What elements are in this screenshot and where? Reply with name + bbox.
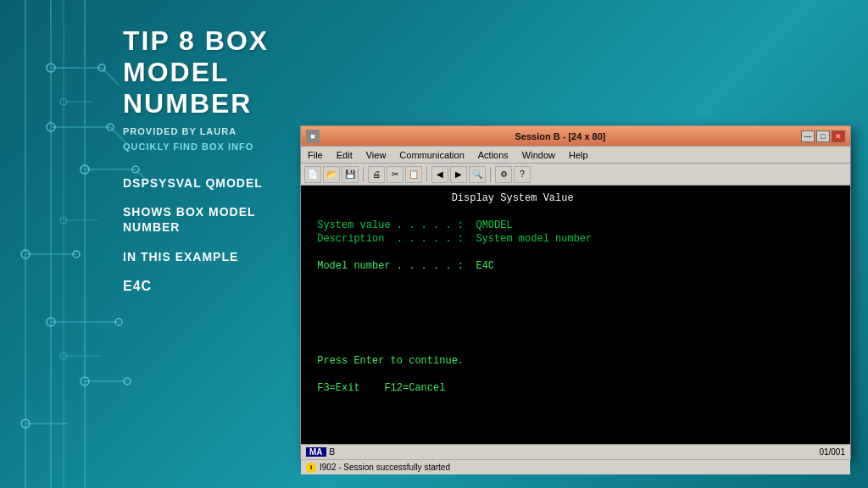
close-button[interactable]: ✕ [832, 130, 845, 142]
terminal-icon: ■ [306, 130, 320, 143]
terminal-toolbar: 📄 📂 💾 🖨 ✂ 📋 ◀ ▶ 🔍 ⚙ ? [301, 164, 850, 186]
info-status-text: I902 - Session successfully started [320, 463, 450, 472]
screen-fkeys: F3=Exit F12=Cancel [311, 382, 840, 394]
screen-model: Model number . . . . . : E4C [311, 260, 840, 272]
info-status-icon: i [306, 463, 316, 473]
screen-blank-1 [311, 206, 840, 218]
toolbar-btn-11[interactable]: ? [514, 166, 531, 183]
toolbar-btn-10[interactable]: ⚙ [495, 166, 512, 183]
terminal-infobar: i I902 - Session successfully started [301, 459, 850, 474]
menu-actions[interactable]: Actions [475, 150, 512, 160]
menu-help[interactable]: Help [565, 150, 592, 160]
screen-blank-8 [311, 341, 840, 353]
status-indicator: MA [306, 447, 326, 457]
toolbar-btn-1[interactable]: 📄 [304, 166, 321, 183]
subtitle: PROVIDED BY LAURA [123, 126, 288, 136]
menu-edit[interactable]: Edit [333, 150, 356, 160]
terminal-title: Session B - [24 x 80] [320, 131, 801, 141]
screen-blank-3 [311, 274, 840, 286]
quick-find: QUCIKLY FIND BOX INFO [123, 141, 288, 152]
menu-file[interactable]: File [304, 150, 326, 160]
toolbar-sep-2 [426, 167, 427, 182]
toolbar-sep-1 [363, 167, 364, 182]
screen-blank-9 [311, 369, 840, 380]
terminal-screen[interactable]: Display System Value System value . . . … [301, 186, 850, 444]
info-value: E4C [123, 278, 288, 296]
toolbar-btn-4[interactable]: 🖨 [368, 166, 385, 183]
info-example: IN THIS EXAMPLE [123, 249, 288, 264]
window-controls: — □ ✕ [801, 130, 845, 142]
maximize-button[interactable]: □ [816, 130, 830, 142]
screen-prompt: Press Enter to continue. [311, 355, 840, 367]
menu-view[interactable]: View [363, 150, 390, 160]
toolbar-btn-2[interactable]: 📂 [323, 166, 340, 183]
toolbar-btn-6[interactable]: 📋 [405, 166, 422, 183]
minimize-button[interactable]: — [801, 130, 815, 142]
terminal-window: ■ Session B - [24 x 80] — □ ✕ File Edit … [300, 125, 851, 460]
screen-blank-6 [311, 314, 840, 326]
menu-window[interactable]: Window [519, 150, 559, 160]
screen-blank-2 [311, 247, 840, 258]
toolbar-btn-8[interactable]: ▶ [450, 166, 467, 183]
screen-blank-7 [311, 328, 840, 340]
terminal-menubar: File Edit View Communication Actions Win… [301, 147, 850, 164]
screen-blank-4 [311, 287, 840, 299]
info-shows: SHOWS BOX MODELNUMBER [123, 204, 288, 235]
page-title: TIP 8 BOX MODEL NUMBER [123, 25, 288, 119]
screen-sysval: System value . . . . . : QMODEL [311, 219, 840, 231]
toolbar-btn-7[interactable]: ◀ [431, 166, 448, 183]
menu-communication[interactable]: Communication [396, 150, 467, 160]
toolbar-btn-5[interactable]: ✂ [387, 166, 403, 183]
terminal-titlebar: ■ Session B - [24 x 80] — □ ✕ [301, 126, 850, 147]
terminal-statusbar: MA B 01/001 [301, 444, 850, 459]
status-position: 01/001 [819, 447, 845, 457]
info-cmd: DSPSYSVAL QMODEL [123, 175, 288, 191]
screen-description: Description . . . . . : System model num… [311, 233, 840, 245]
status-session: B [330, 447, 816, 457]
screen-blank-5 [311, 301, 840, 313]
toolbar-btn-9[interactable]: 🔍 [469, 166, 486, 183]
toolbar-sep-3 [490, 167, 491, 182]
screen-header: Display System Value [311, 192, 840, 204]
left-panel: TIP 8 BOX MODEL NUMBER PROVIDED BY LAURA… [0, 0, 305, 488]
toolbar-btn-3[interactable]: 💾 [342, 166, 359, 183]
